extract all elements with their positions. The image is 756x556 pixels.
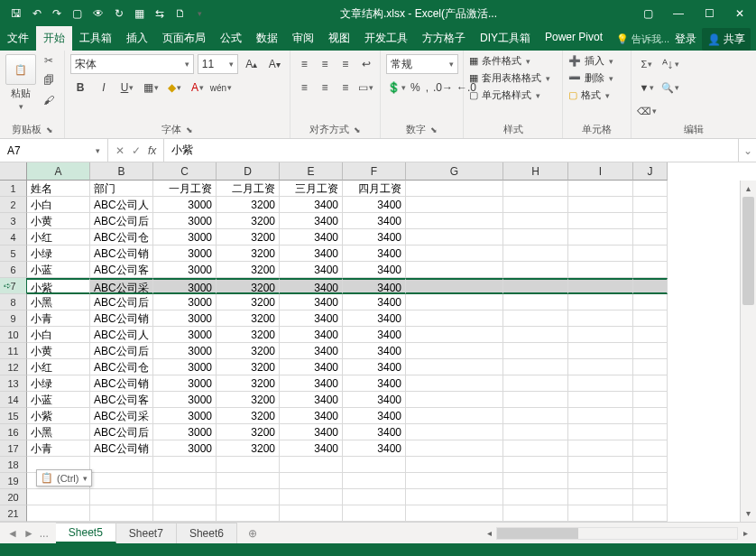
cell[interactable] — [217, 505, 280, 522]
row-header[interactable]: 2 — [0, 197, 27, 213]
dialog-launcher-icon[interactable]: ⬊ — [46, 125, 53, 134]
login-button[interactable]: 登录 — [675, 32, 696, 47]
cell[interactable] — [568, 440, 633, 457]
cell[interactable]: 3200 — [217, 213, 280, 229]
cell[interactable] — [633, 424, 668, 440]
cell[interactable]: 3200 — [217, 440, 280, 457]
cell[interactable] — [568, 197, 633, 213]
cell[interactable] — [633, 489, 668, 505]
cell[interactable]: 部门 — [90, 181, 153, 197]
cell[interactable] — [503, 310, 568, 327]
cell[interactable]: ABC公司销 — [90, 375, 153, 392]
phonetic-button[interactable]: wén▾ — [211, 78, 231, 97]
autosum-icon[interactable]: Σ▾ — [637, 54, 657, 74]
paste-options-button[interactable]: 📋 (Ctrl)▾ — [36, 469, 92, 486]
ribbon-tab-10[interactable]: 方方格子 — [415, 26, 473, 51]
cell[interactable] — [568, 457, 633, 473]
cell[interactable] — [90, 489, 153, 505]
cell[interactable]: 3400 — [343, 424, 406, 440]
cell[interactable] — [568, 213, 633, 229]
cell[interactable] — [406, 181, 503, 197]
cell[interactable] — [503, 473, 568, 489]
cell[interactable]: 3000 — [153, 375, 217, 392]
cell[interactable] — [406, 489, 503, 505]
ribbon-tab-8[interactable]: 视图 — [321, 26, 357, 51]
cell[interactable] — [568, 473, 633, 489]
cell[interactable] — [633, 197, 668, 213]
cell[interactable] — [406, 310, 503, 327]
cell[interactable]: 小黑 — [27, 294, 90, 310]
row-header[interactable]: 17 — [0, 440, 27, 457]
cell[interactable] — [406, 246, 503, 262]
cell[interactable]: 3400 — [343, 229, 406, 246]
cell[interactable]: ABC公司客 — [90, 262, 153, 278]
cell[interactable]: 小紫 — [27, 408, 90, 424]
cell[interactable]: 3400 — [280, 213, 343, 229]
cell[interactable]: 3000 — [153, 310, 217, 327]
cell[interactable]: 3000 — [153, 424, 217, 440]
cell[interactable] — [633, 181, 668, 197]
cell[interactable]: ABC公司仓 — [90, 229, 153, 246]
number-format-combo[interactable]: 常规▾ — [386, 54, 458, 74]
cell[interactable]: 3000 — [153, 213, 217, 229]
row-header[interactable]: 1 — [0, 181, 27, 197]
cell[interactable]: 3200 — [217, 359, 280, 375]
cell[interactable] — [503, 359, 568, 375]
cell[interactable] — [633, 262, 668, 278]
row-header[interactable]: 9 — [0, 310, 27, 327]
cell[interactable]: 3400 — [280, 375, 343, 392]
formula-input[interactable]: 小紫 — [164, 139, 738, 162]
percent-icon[interactable]: % — [410, 78, 421, 97]
copy-icon[interactable]: 🗐 — [43, 74, 54, 87]
cell[interactable] — [406, 278, 503, 294]
cell[interactable] — [503, 343, 568, 359]
cell[interactable]: 3400 — [280, 327, 343, 343]
row-header[interactable]: 15 — [0, 408, 27, 424]
cell[interactable] — [90, 473, 153, 489]
cell[interactable] — [568, 408, 633, 424]
cell[interactable] — [633, 310, 668, 327]
cell[interactable]: ABC公司采 — [90, 278, 153, 294]
cell[interactable]: 3400 — [280, 197, 343, 213]
cell[interactable] — [406, 392, 503, 408]
format-as-table-button[interactable]: ▦套用表格格式▾ — [469, 71, 557, 85]
cell[interactable]: ABC公司人 — [90, 197, 153, 213]
select-all-button[interactable] — [0, 162, 27, 181]
ribbon-tab-9[interactable]: 开发工具 — [357, 26, 415, 51]
align-center-icon[interactable]: ≡ — [317, 78, 334, 97]
cell[interactable] — [406, 294, 503, 310]
cell[interactable] — [153, 489, 217, 505]
cell[interactable] — [568, 327, 633, 343]
cell[interactable] — [633, 359, 668, 375]
cell[interactable]: 3000 — [153, 278, 217, 294]
cell[interactable]: 3000 — [153, 246, 217, 262]
align-middle-icon[interactable]: ≡ — [317, 54, 334, 74]
ribbon-tab-12[interactable]: Power Pivot — [538, 26, 610, 51]
align-bottom-icon[interactable]: ≡ — [337, 54, 355, 74]
ribbon-tab-4[interactable]: 页面布局 — [155, 26, 213, 51]
cell[interactable] — [568, 229, 633, 246]
sheet-tab[interactable]: Sheet7 — [116, 523, 177, 543]
close-button[interactable]: ✕ — [727, 4, 752, 23]
cell[interactable]: 3400 — [280, 392, 343, 408]
ribbon-options-icon[interactable]: ▢ — [635, 4, 660, 23]
row-header[interactable]: 7 — [0, 278, 27, 294]
paste-button[interactable]: 📋 粘贴▾ — [5, 54, 36, 111]
name-box[interactable]: A7▾ — [0, 139, 108, 162]
cell[interactable] — [406, 408, 503, 424]
merge-cells-icon[interactable]: ▭▾ — [357, 78, 374, 97]
cell[interactable]: ABC公司后 — [90, 213, 153, 229]
undo-icon[interactable]: ↶ — [32, 7, 41, 20]
grid-icon[interactable]: ▦ — [134, 7, 144, 20]
cell[interactable] — [280, 489, 343, 505]
delete-cells-button[interactable]: ➖删除▾ — [568, 71, 625, 85]
increase-decimal-icon[interactable]: .0→ — [433, 78, 453, 97]
cell[interactable]: ABC公司采 — [90, 408, 153, 424]
share-button[interactable]: 👤共享 — [702, 28, 751, 51]
cell[interactable]: 3200 — [217, 294, 280, 310]
cell[interactable]: 小白 — [27, 327, 90, 343]
worksheet-grid[interactable]: ABCDEFGHIJ1姓名部门一月工资二月工资三月工资四月工资2小白ABC公司人… — [0, 162, 756, 522]
cell[interactable]: 3200 — [217, 392, 280, 408]
row-header[interactable]: 18 — [0, 457, 27, 473]
row-header[interactable]: 21 — [0, 505, 27, 522]
